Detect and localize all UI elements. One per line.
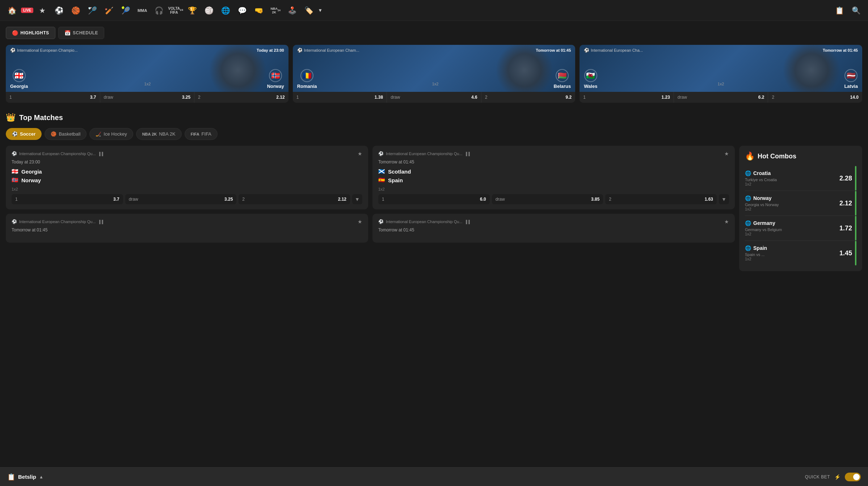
soccer-icon[interactable]: ⚽ bbox=[51, 3, 67, 18]
quick-bet-toggle[interactable] bbox=[845, 473, 861, 481]
mma-icon[interactable]: MMA bbox=[135, 3, 150, 18]
match1-team1-row: 🇬🇪 Georgia bbox=[12, 168, 362, 175]
card3-odds: 1 1.23 draw 6.2 2 14.0 bbox=[580, 92, 862, 103]
card1-teams: 🇬🇪 Georgia 1x2 🇳🇴 Norway bbox=[6, 69, 288, 89]
esports-icon[interactable]: 🕹️ bbox=[285, 3, 300, 18]
highlights-tab[interactable]: 🔴 HIGHLIGHTS bbox=[6, 27, 55, 39]
card1-odd-2[interactable]: 2 2.12 bbox=[194, 92, 288, 103]
match4-time: Tomorrow at 01:45 bbox=[378, 227, 729, 233]
card3-odd-1[interactable]: 1 1.23 bbox=[580, 92, 674, 103]
matches-col-right: ⚽ International European Championship Qu… bbox=[372, 146, 735, 243]
home-icon[interactable]: 🏠 bbox=[4, 3, 20, 18]
combo-item-3[interactable]: 🌐 Germany Germany vs Belgium 1x2 1.72 bbox=[745, 216, 856, 241]
cricket-icon[interactable]: 🏏 bbox=[101, 3, 117, 18]
match2-odd-2[interactable]: 2 1.63 bbox=[605, 194, 717, 204]
card3-info: ⚽ International European Cha... Tomorrow… bbox=[580, 48, 862, 53]
match2-odd-1[interactable]: 1 6.0 bbox=[378, 194, 490, 204]
match2-team2-row: 🇪🇸 Spain bbox=[378, 177, 729, 183]
card3-odd-2[interactable]: 2 14.0 bbox=[768, 92, 862, 103]
betslip-icon: 📋 bbox=[7, 473, 15, 481]
combo-item-1[interactable]: 🌐 Croatia Turkiye vs Croatia 1x2 2.28 bbox=[745, 166, 856, 191]
fist-icon[interactable]: 🤜 bbox=[251, 3, 266, 18]
sport-tab-basketball[interactable]: 🏀 Basketball bbox=[45, 128, 87, 140]
combo3-match: Germany vs Belgium bbox=[745, 227, 839, 232]
document-icon[interactable]: 📋 bbox=[832, 3, 847, 18]
combo3-left: 🌐 Germany Germany vs Belgium 1x2 bbox=[745, 220, 839, 236]
match1-star[interactable]: ★ bbox=[358, 151, 362, 157]
live-badge[interactable]: LIVE bbox=[21, 8, 33, 13]
match3-league: ⚽ International European Championship Qu… bbox=[12, 219, 103, 224]
match-item-2: ⚽ International European Championship Qu… bbox=[372, 146, 735, 209]
match1-expand[interactable]: ▼ bbox=[352, 194, 362, 204]
card2-odd-draw[interactable]: draw 4.6 bbox=[387, 92, 481, 103]
combo1-type: 1x2 bbox=[745, 182, 839, 186]
match2-teams: 🏴󠁧󠁢󠁳󠁣󠁴󠁿 Scotland 🇪🇸 Spain bbox=[378, 168, 729, 183]
combo4-odds: 1.45 bbox=[839, 250, 852, 257]
matches-grid: ⚽ International European Championship Qu… bbox=[6, 146, 862, 271]
match2-odd-draw[interactable]: draw 3.85 bbox=[492, 194, 603, 204]
hot-combos-title: Hot Combos bbox=[758, 153, 796, 160]
combo2-bar bbox=[855, 191, 856, 216]
combo4-team: 🌐 Spain bbox=[745, 245, 839, 251]
match2-star[interactable]: ★ bbox=[724, 151, 729, 157]
card1-flag1: 🇬🇪 bbox=[13, 69, 26, 82]
combo3-bar bbox=[855, 216, 856, 240]
card3-odd-draw[interactable]: draw 6.2 bbox=[674, 92, 768, 103]
more-icon[interactable]: ▼ bbox=[318, 8, 323, 13]
card1-team2: 🇳🇴 Norway bbox=[267, 69, 284, 89]
match2-team2-name: Spain bbox=[388, 177, 403, 183]
card2-odd-1[interactable]: 1 1.38 bbox=[293, 92, 387, 103]
card2-league: ⚽ International European Cham... bbox=[297, 48, 359, 53]
volleyball-icon[interactable]: 🏐 bbox=[201, 3, 216, 18]
card1-odd-1[interactable]: 1 3.7 bbox=[6, 92, 100, 103]
search-icon[interactable]: 🔍 bbox=[848, 3, 864, 18]
match4-star[interactable]: ★ bbox=[724, 219, 729, 225]
match1-odd-2[interactable]: 2 2.12 bbox=[239, 194, 350, 204]
tag-icon[interactable]: 🏷️ bbox=[301, 3, 316, 18]
badminton-icon[interactable]: 🏸 bbox=[85, 3, 100, 18]
trophy-icon[interactable]: 🏆 bbox=[185, 3, 200, 18]
match3-star[interactable]: ★ bbox=[358, 219, 362, 225]
match1-team1-name: Georgia bbox=[21, 169, 42, 175]
sport-filter-tabs: ⚽ Soccer 🏀 Basketball 🏒 Ice Hockey NBA 2… bbox=[6, 128, 862, 140]
star-icon[interactable]: ★ bbox=[35, 3, 50, 18]
betslip-left: 📋 Betslip ▲ bbox=[7, 473, 43, 481]
match2-time: Tomorrow at 01:45 bbox=[378, 159, 729, 165]
match-item-4: ⚽ International European Championship Qu… bbox=[372, 214, 735, 243]
match1-actions: ★ bbox=[358, 151, 362, 157]
combo1-bar bbox=[855, 166, 856, 191]
top-matches-title: Top Matches bbox=[19, 114, 63, 122]
match2-expand[interactable]: ▼ bbox=[719, 194, 729, 204]
headphones-icon[interactable]: 🎧 bbox=[151, 3, 167, 18]
sport-tab-nba2k[interactable]: NBA 2K NBA 2K bbox=[136, 128, 182, 140]
fire-icon: 🔥 bbox=[745, 152, 755, 161]
match-item-3: ⚽ International European Championship Qu… bbox=[6, 214, 368, 243]
combo3-type: 1x2 bbox=[745, 232, 839, 236]
card2-odd-2[interactable]: 2 9.2 bbox=[481, 92, 576, 103]
combo1-left: 🌐 Croatia Turkiye vs Croatia 1x2 bbox=[745, 170, 839, 186]
schedule-tab[interactable]: 📅 SCHEDULE bbox=[58, 27, 105, 39]
nba-icon[interactable]: NBA2K24 bbox=[268, 3, 283, 18]
chat-icon[interactable]: 💬 bbox=[235, 3, 250, 18]
sport-tab-fifa[interactable]: FIFA FIFA bbox=[185, 128, 218, 140]
card1-odd-draw[interactable]: draw 3.25 bbox=[100, 92, 195, 103]
betslip-arrow[interactable]: ▲ bbox=[39, 474, 43, 479]
globe-icon[interactable]: 🌐 bbox=[218, 3, 233, 18]
sport-tab-ice-hockey[interactable]: 🏒 Ice Hockey bbox=[89, 128, 133, 140]
card3-team2: 🇱🇻 Latvia bbox=[844, 69, 858, 89]
tennis-icon[interactable]: 🎾 bbox=[118, 3, 133, 18]
basketball-icon[interactable]: 🏀 bbox=[68, 3, 83, 18]
match1-odd-1[interactable]: 1 3.7 bbox=[12, 194, 123, 204]
fifa-icon[interactable]: VOLTAFIFA24 bbox=[168, 3, 183, 18]
sport-tab-soccer[interactable]: ⚽ Soccer bbox=[6, 128, 42, 140]
top-nav: 🏠 LIVE ★ ⚽ 🏀 🏸 🏏 🎾 MMA 🎧 VOLTAFIFA24 🏆 🏐… bbox=[0, 0, 868, 21]
match1-odd-draw[interactable]: draw 3.25 bbox=[125, 194, 237, 204]
combo-item-2[interactable]: 🌐 Norway Georgia vs Norway 1x2 2.12 bbox=[745, 191, 856, 216]
match1-time: Today at 23:00 bbox=[12, 159, 362, 165]
match4-header: ⚽ International European Championship Qu… bbox=[378, 219, 729, 225]
match1-team2-name: Norway bbox=[21, 177, 41, 183]
combo1-match: Turkiye vs Croatia bbox=[745, 178, 839, 182]
combo-item-4[interactable]: 🌐 Spain Spain vs ... 1x2 1.45 bbox=[745, 241, 856, 265]
match2-type: 1x2 bbox=[378, 187, 729, 191]
match2-odds: 1 6.0 draw 3.85 2 1.63 ▼ bbox=[378, 194, 729, 204]
